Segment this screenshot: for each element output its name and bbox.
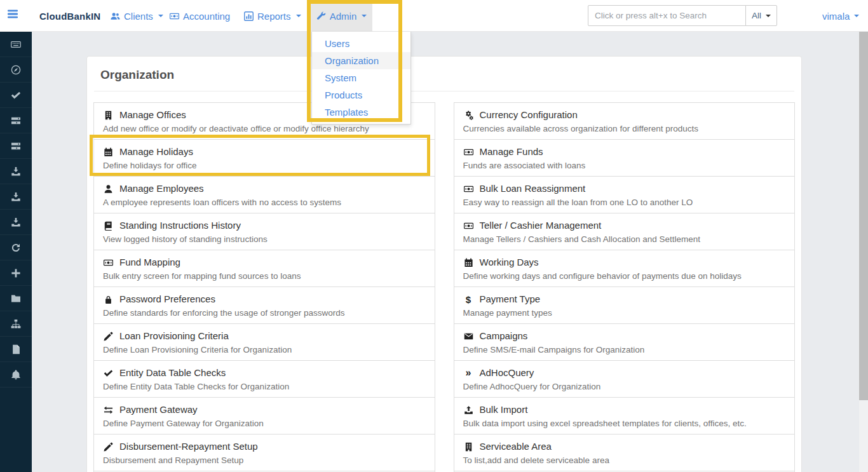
sidebar-button-sitemap[interactable] xyxy=(0,311,32,337)
search-filter-select[interactable]: All xyxy=(745,5,777,26)
highlight-box-manage-holidays xyxy=(90,135,430,176)
org-menu-item[interactable]: Bulk Loan ReassignmentEasy way to reassi… xyxy=(454,176,796,213)
menu-icon[interactable] xyxy=(8,9,23,23)
item-title[interactable]: Loan Provisioning Criteria xyxy=(119,330,229,342)
item-title[interactable]: Disbursement-Repayment Setup xyxy=(119,440,258,453)
nav-item-reports[interactable]: Reports xyxy=(241,0,304,32)
money-icon xyxy=(463,221,474,231)
nav-item-label: Accounting xyxy=(183,11,230,22)
sidebar-button-keyboard[interactable] xyxy=(0,32,32,57)
sidebar-button-tasks[interactable] xyxy=(0,133,32,159)
item-title[interactable]: Password Preferences xyxy=(119,293,215,306)
item-title[interactable]: AdHocQuery xyxy=(480,367,534,379)
item-title[interactable]: Currency Configuration xyxy=(480,109,578,121)
search-input[interactable] xyxy=(588,5,746,26)
org-menu-item[interactable]: »AdHocQueryDefine AdhocQuery for Organiz… xyxy=(454,360,796,398)
cogs-icon xyxy=(463,111,474,120)
item-title[interactable]: Payment Type xyxy=(480,293,541,306)
item-title[interactable]: Entity Data Table Checks xyxy=(119,367,226,379)
org-menu-item[interactable]: Fund MappingBulk entry screen for mappin… xyxy=(93,250,435,287)
users-icon xyxy=(111,11,120,21)
organization-right-list: Currency ConfigurationCurrencies availab… xyxy=(454,102,796,472)
org-menu-item[interactable]: $Payment TypeManage payment types xyxy=(454,287,796,324)
item-title-row: $Payment Type xyxy=(463,293,786,306)
org-menu-item[interactable]: Manage EmployeesA employee represents lo… xyxy=(93,176,435,213)
search-filter-value: All xyxy=(752,11,761,20)
org-menu-item[interactable]: Working DaysDefine working days and conf… xyxy=(454,250,796,287)
org-menu-item[interactable]: Currency ConfigurationCurrencies availab… xyxy=(454,102,796,140)
item-description: Define standards for enforcing the usage… xyxy=(103,307,426,318)
item-title[interactable]: Manage Offices xyxy=(119,109,186,121)
app-logo[interactable]: CloudBankIN xyxy=(39,0,100,32)
item-title[interactable]: Campaigns xyxy=(480,330,528,342)
sidebar-button-tasks[interactable] xyxy=(0,108,32,133)
item-title-row: Campaigns xyxy=(463,330,786,342)
money-icon xyxy=(170,11,179,21)
check-icon xyxy=(11,90,21,100)
item-description: Funds are associated with loans xyxy=(463,160,786,171)
item-description: Manage Tellers / Cashiers and Cash Alloc… xyxy=(463,234,786,245)
item-title[interactable]: Teller / Cashier Management xyxy=(480,219,602,232)
caret-down-icon xyxy=(296,15,301,17)
org-menu-item[interactable]: Teller / Cashier ManagementManage Teller… xyxy=(454,213,796,250)
download-icon xyxy=(11,217,21,227)
item-title[interactable]: Manage Employees xyxy=(119,182,204,195)
sidebar-button-download[interactable] xyxy=(0,184,32,210)
item-description: Bulk data import using excel spreadsheet… xyxy=(463,418,786,429)
item-title[interactable]: Payment Gateway xyxy=(119,403,198,416)
org-menu-item[interactable]: Serviceable AreaTo list,add and delete s… xyxy=(454,434,796,471)
sidebar-button-compass[interactable] xyxy=(0,57,32,83)
money-icon xyxy=(463,184,474,194)
user-menu[interactable]: vimala xyxy=(822,0,859,32)
download-icon xyxy=(11,166,21,177)
bar-chart-icon xyxy=(244,11,254,21)
item-title[interactable]: Fund Mapping xyxy=(119,256,180,269)
item-title[interactable]: Bulk Import xyxy=(480,403,528,416)
item-title[interactable]: Bulk Loan Reassignment xyxy=(480,182,586,195)
org-menu-item[interactable]: CampaignsDefine SMS/E-mail Campaigns for… xyxy=(454,323,796,361)
org-menu-item[interactable]: Password PreferencesDefine standards for… xyxy=(93,287,435,324)
item-title[interactable]: Working Days xyxy=(480,256,539,269)
dollar-icon: $ xyxy=(463,295,474,304)
nav-item-label: Reports xyxy=(257,11,291,22)
nav-item-accounting[interactable]: Accounting xyxy=(167,0,233,32)
notifications-bell-icon[interactable] xyxy=(796,10,809,22)
scrollbar-thumb[interactable] xyxy=(859,32,868,400)
org-menu-item[interactable]: Loan Provisioning CriteriaDefine Loan Pr… xyxy=(93,323,435,361)
lock-icon xyxy=(103,295,114,304)
sidebar-button-folder[interactable] xyxy=(0,286,32,311)
sidebar-button-refresh[interactable] xyxy=(0,235,32,260)
calendar-icon xyxy=(463,258,474,267)
sidebar-button-file[interactable] xyxy=(0,337,32,362)
sidebar-button-plus[interactable] xyxy=(0,260,32,286)
sidebar-button-check[interactable] xyxy=(0,83,32,108)
org-menu-item[interactable]: Bulk ImportBulk data import using excel … xyxy=(454,397,796,435)
item-title-row: Bulk Import xyxy=(463,403,786,416)
sidebar-button-download[interactable] xyxy=(0,210,32,235)
divider xyxy=(94,91,794,91)
org-menu-item[interactable]: Entity Data Table ChecksDefine Entity Da… xyxy=(93,360,435,398)
item-title[interactable]: Standing Instructions History xyxy=(119,219,241,232)
item-description: Define Loan Provisioning Criteria for Or… xyxy=(103,344,426,355)
item-description: Add new office or modify or deactivate o… xyxy=(103,123,426,134)
item-title[interactable]: Serviceable Area xyxy=(480,440,552,453)
item-description: Disbursement and Repayment Setup xyxy=(103,455,426,466)
nav-item-clients[interactable]: Clients xyxy=(108,0,166,32)
org-menu-item[interactable]: Payment GatewayDefine Payment Gateway fo… xyxy=(93,397,435,435)
vertical-scrollbar[interactable] xyxy=(859,32,868,472)
item-description: Currencies available across organization… xyxy=(463,123,786,134)
exchange-icon xyxy=(103,405,114,415)
org-menu-item[interactable]: Disbursement-Repayment SetupDisbursement… xyxy=(93,434,435,471)
keyboard-icon xyxy=(11,39,21,50)
money-icon xyxy=(103,258,114,267)
tasks-icon xyxy=(11,116,21,126)
org-menu-item[interactable]: Manage FundsFunds are associated with lo… xyxy=(454,139,796,177)
folder-icon xyxy=(11,293,21,304)
item-description: Define working days and configure behavi… xyxy=(463,271,786,281)
sidebar-button-download[interactable] xyxy=(0,159,32,184)
sidebar-button-bell[interactable] xyxy=(0,362,32,388)
org-menu-item[interactable]: Standing Instructions HistoryView logged… xyxy=(93,213,435,250)
item-title-row: Standing Instructions History xyxy=(103,219,426,232)
item-description: Easy way to reassign all the loan from o… xyxy=(463,197,786,208)
item-title[interactable]: Manage Funds xyxy=(480,145,543,158)
